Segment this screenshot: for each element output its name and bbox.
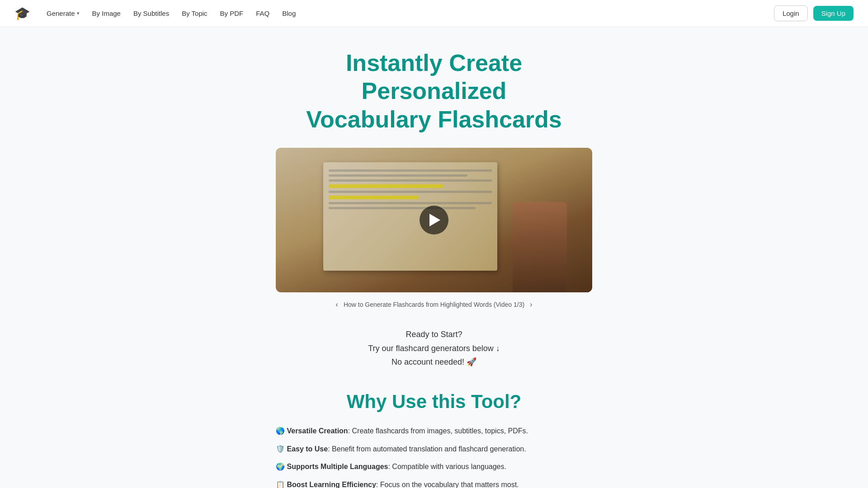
feature-desc-2: : Compatible with various languages. xyxy=(388,463,506,470)
feature-emoji-3: 📋 xyxy=(276,481,285,488)
generate-label: Generate xyxy=(47,9,75,17)
features-list: 🌎 Versatile Creation: Create flashcards … xyxy=(276,425,592,488)
logo-icon: 🎓 xyxy=(14,7,30,20)
ready-section: Ready to Start? Try our flashcard genera… xyxy=(228,328,640,369)
feature-item-0: 🌎 Versatile Creation: Create flashcards … xyxy=(276,425,592,437)
feature-desc-1: : Benefit from automated translation and… xyxy=(328,445,526,453)
feature-title-0: Versatile Creation xyxy=(287,427,348,435)
video-navigation: ‹ How to Generate Flashcards from Highli… xyxy=(228,300,640,310)
hero-title-line1: Instantly Create xyxy=(346,50,522,76)
nav-by-topic[interactable]: By Topic xyxy=(176,6,212,21)
video-next-button[interactable]: › xyxy=(528,300,534,310)
feature-emoji-0: 🌎 xyxy=(276,427,285,435)
play-button-overlay[interactable] xyxy=(276,148,592,292)
nav-blog[interactable]: Blog xyxy=(277,6,301,21)
feature-title-1: Easy to Use xyxy=(287,445,328,453)
nav-by-image[interactable]: By Image xyxy=(87,6,126,21)
navbar-actions: Login Sign Up xyxy=(774,5,854,21)
nav-menu: Generate ▾ By Image By Subtitles By Topi… xyxy=(41,6,774,21)
hero-title: Instantly Create Personalized Vocabulary… xyxy=(228,49,640,133)
hero-title-line3: Vocabulary Flashcards xyxy=(306,106,562,132)
nav-by-subtitles[interactable]: By Subtitles xyxy=(128,6,175,21)
play-circle[interactable] xyxy=(420,206,448,235)
chevron-down-icon: ▾ xyxy=(77,10,80,16)
nav-faq[interactable]: FAQ xyxy=(250,6,275,21)
video-container[interactable] xyxy=(276,148,592,292)
feature-item-1: 🛡️ Easy to Use: Benefit from automated t… xyxy=(276,443,592,455)
feature-emoji-2: 🌍 xyxy=(276,463,285,470)
video-caption: How to Generate Flashcards from Highligh… xyxy=(344,301,524,308)
video-prev-button[interactable]: ‹ xyxy=(334,300,340,310)
logo-link[interactable]: 🎓 xyxy=(14,7,30,20)
feature-item-2: 🌍 Supports Multiple Languages: Compatibl… xyxy=(276,461,592,473)
ready-line1: Ready to Start? xyxy=(228,328,640,342)
feature-title-2: Supports Multiple Languages xyxy=(287,463,388,470)
feature-item-3: 📋 Boost Learning Efficiency: Focus on th… xyxy=(276,479,592,488)
feature-title-3: Boost Learning Efficiency xyxy=(287,481,376,488)
signup-button[interactable]: Sign Up xyxy=(813,6,854,21)
feature-emoji-1: 🛡️ xyxy=(276,445,285,453)
login-button[interactable]: Login xyxy=(774,5,808,21)
ready-line3: No account needed! 🚀 xyxy=(228,355,640,369)
ready-line2: Try our flashcard generators below ↓ xyxy=(228,342,640,356)
play-icon xyxy=(429,214,440,226)
hero-title-line2: Personalized xyxy=(362,78,507,104)
why-title: Why Use this Tool? xyxy=(228,391,640,413)
feature-desc-3: : Focus on the vocabulary that matters m… xyxy=(376,481,519,488)
main-content: Instantly Create Personalized Vocabulary… xyxy=(217,27,651,488)
nav-generate[interactable]: Generate ▾ xyxy=(41,6,85,21)
nav-by-pdf[interactable]: By PDF xyxy=(215,6,249,21)
navbar: 🎓 Generate ▾ By Image By Subtitles By To… xyxy=(0,0,868,27)
video-thumbnail[interactable] xyxy=(276,148,592,292)
feature-desc-0: : Create flashcards from images, subtitl… xyxy=(348,427,528,435)
